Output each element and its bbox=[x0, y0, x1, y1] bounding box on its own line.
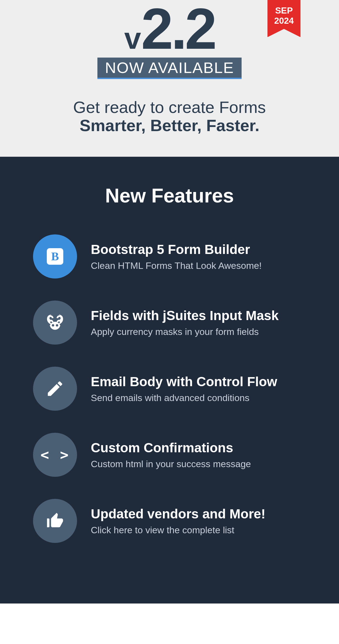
tagline-line1: Get ready to create Forms bbox=[73, 98, 266, 117]
feature-item[interactable]: Updated vendors and More! Click here to … bbox=[33, 499, 306, 543]
feature-item: B Bootstrap 5 Form Builder Clean HTML Fo… bbox=[33, 234, 306, 278]
version-prefix: v bbox=[124, 21, 141, 55]
hero-section: SEP 2024 v2.2 NOW AVAILABLE Get ready to… bbox=[0, 0, 339, 157]
feature-item: < > Custom Confirmations Custom html in … bbox=[33, 433, 306, 477]
feature-text: Updated vendors and More! Click here to … bbox=[91, 506, 266, 535]
bootstrap-b-icon: B bbox=[47, 248, 63, 265]
feature-text: Email Body with Control Flow Send emails… bbox=[91, 374, 277, 403]
pencil-icon bbox=[33, 367, 77, 411]
availability-badge-wrap: NOW AVAILABLE bbox=[97, 58, 242, 79]
tagline: Get ready to create Forms Smarter, Bette… bbox=[0, 98, 339, 135]
features-heading: New Features bbox=[33, 184, 306, 207]
feature-title: Fields with jSuites Input Mask bbox=[91, 308, 279, 323]
feature-title: Custom Confirmations bbox=[91, 440, 251, 455]
feature-desc: Send emails with advanced conditions bbox=[91, 393, 277, 403]
feature-desc: Apply currency masks in your form fields bbox=[91, 326, 279, 337]
feature-item: Email Body with Control Flow Send emails… bbox=[33, 367, 306, 411]
feature-text: Bootstrap 5 Form Builder Clean HTML Form… bbox=[91, 242, 262, 271]
feature-item: Fields with jSuites Input Mask Apply cur… bbox=[33, 301, 306, 345]
ribbon-month: SEP bbox=[275, 6, 293, 15]
feature-title: Bootstrap 5 Form Builder bbox=[91, 242, 262, 257]
ribbon-year: 2024 bbox=[274, 16, 294, 26]
feature-text: Fields with jSuites Input Mask Apply cur… bbox=[91, 308, 279, 337]
feature-title: Email Body with Control Flow bbox=[91, 374, 277, 389]
date-ribbon: SEP 2024 bbox=[267, 0, 300, 37]
availability-badge: NOW AVAILABLE bbox=[97, 58, 242, 78]
bootstrap-icon: B bbox=[33, 234, 77, 278]
feature-desc: Click here to view the complete list bbox=[91, 525, 266, 535]
thumbs-up-icon bbox=[33, 499, 77, 543]
features-section: New Features B Bootstrap 5 Form Builder … bbox=[0, 157, 339, 604]
feature-title: Updated vendors and More! bbox=[91, 506, 266, 521]
masks-icon bbox=[33, 301, 77, 345]
feature-desc: Clean HTML Forms That Look Awesome! bbox=[91, 260, 262, 271]
version-number: 2.2 bbox=[141, 0, 215, 61]
feature-desc: Custom html in your success message bbox=[91, 459, 251, 469]
code-icon: < > bbox=[33, 433, 77, 477]
feature-text: Custom Confirmations Custom html in your… bbox=[91, 440, 251, 469]
tagline-line2: Smarter, Better, Faster. bbox=[0, 117, 339, 135]
